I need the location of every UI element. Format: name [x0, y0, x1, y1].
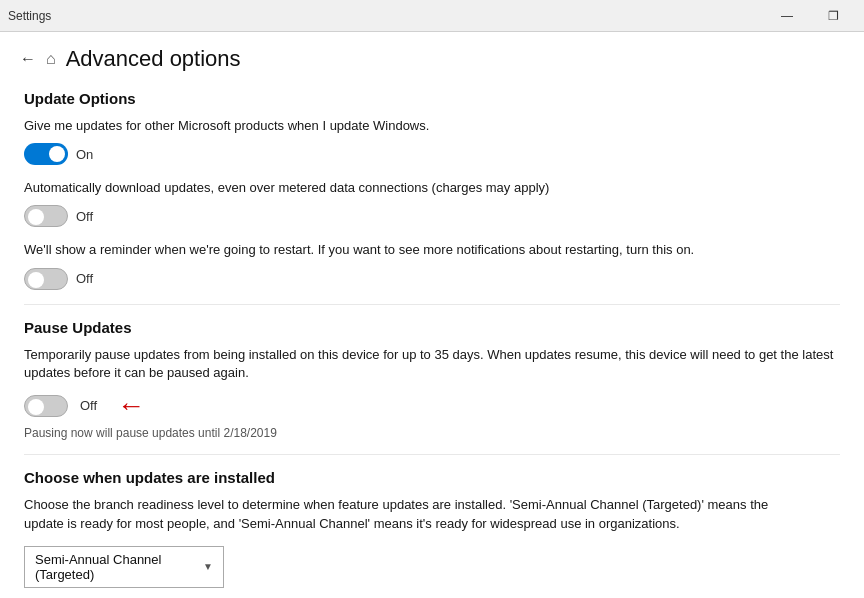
toggle1-track — [24, 143, 68, 165]
titlebar-left: Settings — [8, 9, 51, 23]
backbar: ← ⌂ Advanced options — [0, 32, 864, 80]
toggle3-label: Off — [76, 271, 93, 286]
toggle2-desc: Automatically download updates, even ove… — [24, 179, 840, 197]
main-content: Update Options Give me updates for other… — [0, 80, 864, 598]
choose-section-desc: Choose the branch readiness level to det… — [24, 496, 784, 534]
home-icon[interactable]: ⌂ — [46, 50, 56, 68]
toggle2-track — [24, 205, 68, 227]
pause-toggle[interactable] — [24, 395, 68, 417]
choose-section-title: Choose when updates are installed — [24, 469, 840, 486]
maximize-button[interactable]: ❐ — [810, 0, 856, 32]
toggle3-desc: We'll show a reminder when we're going t… — [24, 241, 840, 259]
toggle2-row: Off — [24, 205, 840, 227]
pause-toggle-track — [24, 395, 68, 417]
toggle2-thumb — [28, 209, 44, 225]
toggle1-thumb — [49, 146, 65, 162]
divider1 — [24, 304, 840, 305]
toggle3-thumb — [28, 272, 44, 288]
toggle1[interactable] — [24, 143, 68, 165]
pause-toggle-label: Off — [80, 398, 97, 413]
red-arrow-annotation: ← — [117, 392, 145, 420]
chevron-down-icon: ▼ — [203, 561, 213, 572]
pause-toggle-row: Off ← — [24, 392, 840, 420]
page-title: Advanced options — [66, 46, 241, 72]
channel-dropdown-value: Semi-Annual Channel (Targeted) — [35, 552, 203, 582]
toggle3-track — [24, 268, 68, 290]
pause-updates-section: Pause Updates Temporarily pause updates … — [24, 319, 840, 440]
update-options-title: Update Options — [24, 90, 840, 107]
pause-updates-desc: Temporarily pause updates from being ins… — [24, 346, 840, 382]
titlebar-controls: — ❐ — [764, 0, 856, 32]
titlebar-title: Settings — [8, 9, 51, 23]
channel-dropdown[interactable]: Semi-Annual Channel (Targeted) ▼ — [24, 546, 224, 588]
divider2 — [24, 454, 840, 455]
toggle1-label: On — [76, 147, 93, 162]
back-button[interactable]: ← — [20, 50, 36, 68]
toggle1-row: On — [24, 143, 840, 165]
update-options-section: Update Options Give me updates for other… — [24, 90, 840, 290]
titlebar: Settings — ❐ — [0, 0, 864, 32]
toggle3-row: Off — [24, 268, 840, 290]
toggle3[interactable] — [24, 268, 68, 290]
toggle1-desc: Give me updates for other Microsoft prod… — [24, 117, 840, 135]
minimize-button[interactable]: — — [764, 0, 810, 32]
pause-updates-title: Pause Updates — [24, 319, 840, 336]
pause-note: Pausing now will pause updates until 2/1… — [24, 426, 840, 440]
pause-toggle-thumb — [28, 399, 44, 415]
toggle2-label: Off — [76, 209, 93, 224]
choose-section: Choose when updates are installed Choose… — [24, 469, 840, 588]
toggle2[interactable] — [24, 205, 68, 227]
content-area: ← ⌂ Advanced options Update Options Give… — [0, 32, 864, 598]
